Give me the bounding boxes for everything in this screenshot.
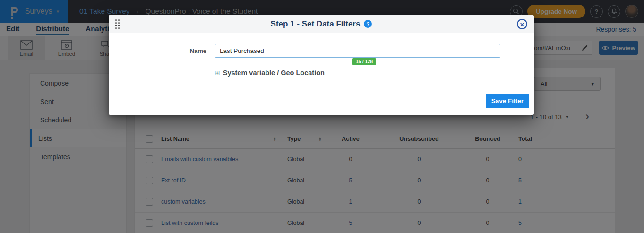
drag-handle-icon[interactable] (115, 19, 120, 29)
modal-title-text: Step 1 - Set Data Filters (271, 19, 361, 29)
close-icon[interactable]: × (517, 19, 527, 29)
name-label: Name (165, 47, 206, 54)
filter-name-input[interactable] (215, 44, 500, 58)
help-icon[interactable]: ? (364, 20, 372, 28)
footer-divider (109, 90, 534, 90)
plus-square-icon: ⊞ (215, 69, 220, 77)
modal-header: Step 1 - Set Data Filters ? × (109, 15, 534, 33)
system-variable-expander[interactable]: ⊞ System variable / Geo Location (215, 69, 325, 77)
modal-body: Name 15 / 128 ⊞ System variable / Geo Lo… (109, 33, 534, 115)
save-filter-button[interactable]: Save Filter (486, 94, 529, 108)
expander-label: System variable / Geo Location (223, 69, 325, 77)
char-counter-badge: 15 / 128 (352, 58, 376, 65)
set-data-filters-modal: Step 1 - Set Data Filters ? × Name 15 / … (109, 15, 534, 115)
modal-title: Step 1 - Set Data Filters ? (271, 19, 372, 29)
